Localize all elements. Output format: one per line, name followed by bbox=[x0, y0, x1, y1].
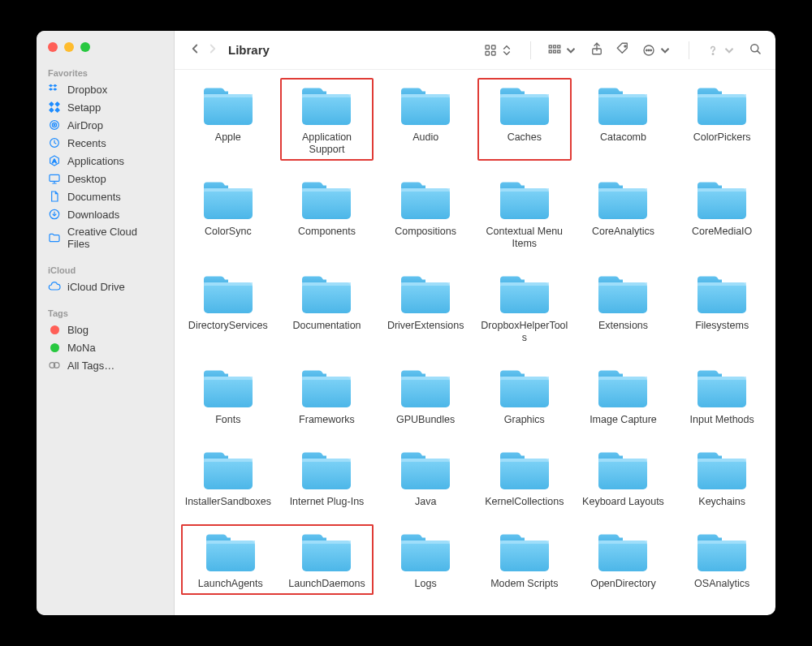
folder-item[interactable]: Caches bbox=[477, 78, 572, 161]
folder-content[interactable]: Apple Application Support Audio bbox=[175, 70, 775, 615]
folder-item[interactable]: Contextual Menu Items bbox=[477, 172, 572, 255]
svg-rect-77 bbox=[500, 377, 549, 380]
folder-item[interactable]: Input Methods bbox=[675, 360, 769, 431]
tags-button[interactable] bbox=[615, 41, 630, 58]
sidebar-item-applications[interactable]: AApplications bbox=[37, 152, 174, 170]
folder-icon bbox=[594, 529, 652, 575]
minimize-window-button[interactable] bbox=[64, 42, 74, 52]
sidebar-item-desktop[interactable]: Desktop bbox=[37, 170, 174, 187]
zoom-window-button[interactable] bbox=[80, 42, 90, 52]
folder-icon bbox=[594, 447, 652, 493]
folder-item[interactable]: Compositions bbox=[378, 172, 473, 255]
folder-item[interactable]: GPUBundles bbox=[378, 360, 473, 431]
sidebar-item-mona[interactable]: MoNa bbox=[37, 338, 174, 356]
folder-item[interactable]: Fonts bbox=[181, 360, 275, 431]
folder-label: Documentation bbox=[292, 320, 361, 332]
sidebar-item-label: Creative Cloud Files bbox=[67, 226, 162, 250]
search-button[interactable] bbox=[748, 41, 762, 58]
sidebar-item-recents[interactable]: Recents bbox=[37, 134, 174, 152]
folder-item[interactable]: DriverExtensions bbox=[378, 266, 473, 349]
sidebar-item-icloud-drive[interactable]: iCloud Drive bbox=[37, 278, 174, 295]
svg-rect-70 bbox=[204, 377, 253, 407]
sidebar-item-blog[interactable]: Blog bbox=[37, 321, 174, 338]
folder-item[interactable]: ColorSync bbox=[181, 172, 275, 255]
help-button[interactable] bbox=[706, 43, 736, 58]
folder-item[interactable]: Keyboard Layouts bbox=[577, 442, 671, 513]
svg-rect-43 bbox=[598, 94, 647, 97]
folder-icon bbox=[693, 529, 751, 575]
folder-item[interactable]: Apple bbox=[181, 78, 275, 161]
folder-label: DriverExtensions bbox=[387, 320, 464, 332]
svg-rect-76 bbox=[500, 377, 549, 407]
setapp-icon bbox=[48, 101, 61, 114]
svg-rect-62 bbox=[401, 282, 450, 313]
folder-item[interactable]: Image Capture bbox=[577, 360, 671, 431]
svg-rect-42 bbox=[598, 94, 647, 125]
svg-rect-73 bbox=[302, 377, 351, 380]
folder-item[interactable]: DirectoryServices bbox=[181, 266, 275, 349]
folder-icon bbox=[297, 83, 356, 128]
folder-item[interactable]: Catacomb bbox=[577, 78, 671, 161]
sidebar-item-dropbox[interactable]: Dropbox bbox=[37, 80, 174, 98]
folder-item[interactable]: Extensions bbox=[577, 266, 671, 349]
sidebar-item-label: Desktop bbox=[67, 173, 106, 185]
folder-item[interactable]: Audio bbox=[378, 78, 473, 161]
svg-rect-2 bbox=[49, 107, 54, 113]
svg-rect-98 bbox=[401, 540, 450, 571]
svg-rect-3 bbox=[54, 107, 60, 113]
folder-item[interactable]: Logs bbox=[378, 524, 473, 595]
sidebar-item-all-tags-[interactable]: All Tags… bbox=[37, 356, 174, 374]
folder-item[interactable]: DropboxHelperTools bbox=[477, 266, 572, 349]
folder-label: Keyboard Layouts bbox=[582, 496, 664, 508]
group-by-selector[interactable] bbox=[547, 43, 578, 58]
back-button[interactable] bbox=[188, 41, 202, 58]
folder-icon bbox=[693, 447, 751, 493]
folder-item[interactable]: OSAnalytics bbox=[675, 524, 769, 595]
folder-label: DirectoryServices bbox=[188, 320, 268, 332]
sidebar-item-downloads[interactable]: Downloads bbox=[37, 205, 174, 223]
share-button[interactable] bbox=[590, 41, 604, 58]
action-menu-button[interactable] bbox=[641, 43, 672, 58]
folder-item[interactable]: Application Support bbox=[280, 78, 374, 161]
folder-item[interactable]: Modem Scripts bbox=[477, 524, 572, 595]
folder-item[interactable]: Graphics bbox=[477, 360, 572, 431]
folder-icon bbox=[199, 177, 257, 222]
toolbar: Library bbox=[175, 31, 775, 70]
folder-item[interactable]: LaunchDaemons bbox=[280, 524, 374, 595]
forward-button[interactable] bbox=[205, 41, 220, 58]
window-controls bbox=[37, 39, 174, 63]
folder-item[interactable]: Internet Plug-Ins bbox=[280, 442, 374, 513]
svg-rect-53 bbox=[500, 188, 549, 192]
folder-item[interactable]: CoreMediaIO bbox=[675, 172, 769, 255]
folder-icon bbox=[201, 529, 260, 575]
folder-item[interactable]: Keychains bbox=[675, 442, 769, 513]
sidebar-item-creative-cloud-files[interactable]: Creative Cloud Files bbox=[37, 223, 174, 252]
folder-label: CoreAnalytics bbox=[592, 226, 654, 238]
svg-rect-105 bbox=[698, 540, 746, 544]
close-window-button[interactable] bbox=[48, 42, 58, 52]
svg-rect-9 bbox=[50, 174, 59, 181]
folder-item[interactable]: InstallerSandboxes bbox=[181, 442, 275, 513]
svg-rect-35 bbox=[204, 94, 253, 97]
folder-item[interactable]: ColorPickers bbox=[675, 78, 769, 161]
folder-item[interactable]: Frameworks bbox=[280, 360, 374, 431]
folder-item[interactable]: Documentation bbox=[280, 266, 374, 349]
svg-rect-90 bbox=[598, 459, 647, 489]
folder-item[interactable]: LaunchAgents bbox=[181, 524, 280, 595]
folder-item[interactable]: Java bbox=[378, 442, 473, 513]
svg-rect-102 bbox=[598, 540, 647, 571]
view-mode-selector[interactable] bbox=[483, 43, 514, 58]
sidebar-item-documents[interactable]: Documents bbox=[37, 187, 174, 205]
folder-label: DropboxHelperTools bbox=[481, 320, 568, 344]
folder-item[interactable]: KernelCollections bbox=[477, 442, 572, 513]
folder-item[interactable]: OpenDirectory bbox=[577, 524, 671, 595]
folder-item[interactable]: Filesystems bbox=[675, 266, 769, 349]
svg-rect-49 bbox=[302, 188, 351, 192]
sidebar-item-setapp[interactable]: Setapp bbox=[37, 98, 174, 116]
folder-item[interactable]: Components bbox=[280, 172, 374, 255]
folder-item[interactable]: CoreAnalytics bbox=[577, 172, 671, 255]
svg-rect-84 bbox=[302, 459, 351, 489]
svg-rect-85 bbox=[302, 459, 351, 462]
svg-point-28 bbox=[646, 50, 648, 51]
sidebar-item-airdrop[interactable]: AirDrop bbox=[37, 116, 174, 134]
